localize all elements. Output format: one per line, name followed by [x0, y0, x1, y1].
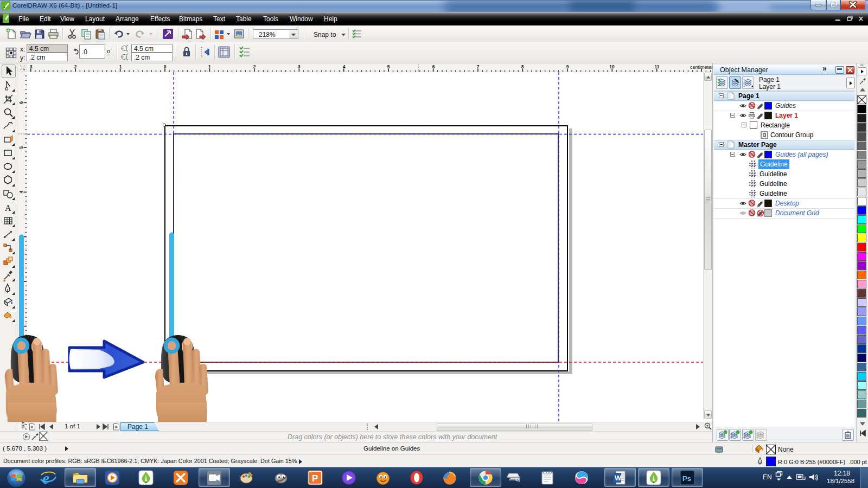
svg-text:W: W [615, 474, 622, 482]
svg-text:2: 2 [74, 64, 77, 69]
svg-text:3: 3 [730, 436, 732, 440]
svg-text:Ps: Ps [682, 474, 691, 483]
svg-text:0: 0 [164, 64, 167, 69]
svg-text:9: 9 [566, 64, 569, 69]
svg-text:1: 1 [119, 64, 122, 69]
svg-text:6: 6 [432, 64, 435, 69]
svg-text:3: 3 [30, 64, 33, 69]
svg-text:7: 7 [477, 64, 480, 69]
svg-text:3: 3 [298, 64, 301, 69]
svg-text:8: 8 [521, 64, 524, 69]
svg-text:5: 5 [743, 436, 745, 440]
svg-text:2: 2 [253, 64, 256, 69]
svg-text:4: 4 [343, 64, 346, 69]
svg-text:10: 10 [609, 64, 615, 69]
svg-text:6: 6 [756, 436, 758, 440]
svg-text:centimeters: centimeters [690, 65, 716, 70]
svg-text:5: 5 [387, 64, 390, 69]
svg-text:P: P [312, 473, 318, 484]
svg-text:1: 1 [208, 64, 211, 69]
svg-text:11: 11 [655, 64, 660, 69]
